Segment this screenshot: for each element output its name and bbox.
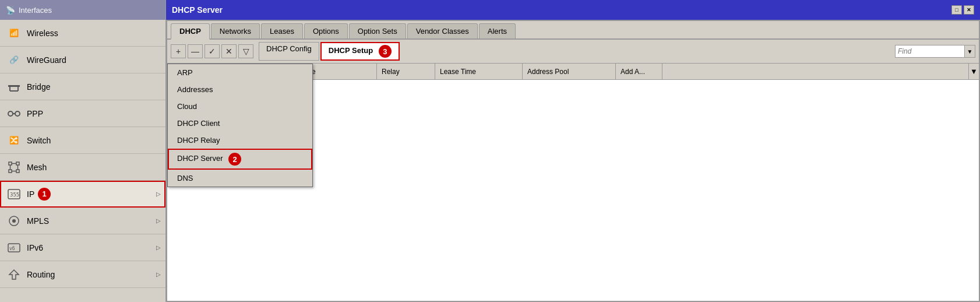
ipv6-icon: v6 bbox=[6, 240, 22, 256]
tab-option-sets[interactable]: Option Sets bbox=[349, 23, 406, 38]
enable-button[interactable]: ✓ bbox=[205, 44, 220, 58]
svg-rect-10 bbox=[16, 170, 19, 173]
menu-item-arp[interactable]: ARP bbox=[168, 64, 312, 81]
routing-icon bbox=[6, 266, 22, 283]
menu-item-dhcp-relay[interactable]: DHCP Relay bbox=[168, 132, 312, 149]
menu-item-dhcp-server[interactable]: DHCP Server 2 bbox=[168, 149, 312, 170]
svg-rect-7 bbox=[9, 162, 12, 165]
tab-options[interactable]: Options bbox=[304, 23, 348, 38]
sidebar-item-label: Routing bbox=[27, 270, 55, 279]
sidebar-item-bridge[interactable]: Bridge bbox=[0, 73, 165, 100]
sidebar-item-mpls[interactable]: MPLS ▷ bbox=[0, 208, 165, 234]
sidebar-item-label: Bridge bbox=[27, 82, 50, 92]
mpls-arrow: ▷ bbox=[156, 217, 161, 224]
sidebar-item-label: MPLS bbox=[27, 216, 49, 226]
tab-dhcp[interactable]: DHCP bbox=[171, 23, 210, 40]
sidebar-item-label: IP bbox=[27, 189, 34, 199]
svg-rect-9 bbox=[9, 170, 12, 173]
interfaces-label: Interfaces bbox=[19, 6, 52, 15]
tab-networks[interactable]: Networks bbox=[211, 23, 260, 38]
svg-point-18 bbox=[12, 219, 16, 223]
ppp-icon bbox=[6, 106, 22, 122]
sidebar-item-ppp[interactable]: PPP bbox=[0, 100, 165, 127]
svg-rect-0 bbox=[8, 85, 20, 87]
tab-vendor-classes[interactable]: Vendor Classes bbox=[407, 23, 478, 38]
svg-point-5 bbox=[15, 111, 20, 116]
filter-button[interactable]: ▽ bbox=[238, 44, 253, 58]
dhcp-setup-label: DHCP Setup bbox=[329, 46, 373, 55]
window-body: DHCP Networks Leases Options Option Sets… bbox=[166, 20, 980, 302]
tab-alerts[interactable]: Alerts bbox=[479, 23, 516, 38]
wireguard-icon: 🔗 bbox=[6, 52, 22, 68]
sidebar-item-label: Wireless bbox=[27, 29, 58, 38]
ip-icon: 355 bbox=[6, 186, 22, 202]
interfaces-icon: 📡 bbox=[6, 6, 15, 15]
sidebar-item-label: PPP bbox=[27, 109, 43, 118]
sidebar-item-wireguard[interactable]: 🔗 WireGuard bbox=[0, 47, 165, 73]
svg-point-4 bbox=[8, 111, 13, 116]
svg-rect-8 bbox=[16, 162, 19, 165]
sub-tabs: DHCP Config DHCP Setup 3 bbox=[259, 42, 400, 61]
main-area: DHCP Server □ ✕ DHCP Networks Leases Opt… bbox=[166, 0, 980, 302]
wireless-icon: 📶 bbox=[6, 25, 22, 41]
menu-item-dhcp-client[interactable]: DHCP Client bbox=[168, 115, 312, 132]
dhcp-server-label: DHCP Server bbox=[177, 154, 223, 163]
sidebar: 📡 Interfaces 📶 Wireless 🔗 WireGuard Brid… bbox=[0, 0, 166, 302]
ip-badge: 1 bbox=[38, 188, 51, 201]
dhcp-server-badge: 2 bbox=[228, 153, 241, 166]
sidebar-item-routing[interactable]: Routing ▷ bbox=[0, 261, 165, 288]
sidebar-item-label: Mesh bbox=[27, 163, 47, 172]
menu-item-cloud[interactable]: Cloud bbox=[168, 98, 312, 115]
col-lease-time: Lease Time bbox=[435, 64, 523, 79]
menu-item-addresses[interactable]: Addresses bbox=[168, 81, 312, 98]
add-button[interactable]: + bbox=[171, 44, 186, 58]
routing-arrow: ▷ bbox=[156, 271, 161, 278]
find-dropdown-button[interactable]: ▼ bbox=[965, 45, 975, 58]
dhcp-setup-badge: 3 bbox=[379, 45, 392, 58]
col-extra bbox=[662, 64, 968, 79]
ip-arrow: ▷ bbox=[156, 191, 161, 197]
sidebar-item-label: Switch bbox=[27, 136, 51, 145]
sidebar-item-wireless[interactable]: 📶 Wireless bbox=[0, 20, 165, 47]
sub-tab-dhcp-setup[interactable]: DHCP Setup 3 bbox=[320, 42, 400, 61]
svg-text:355: 355 bbox=[10, 192, 19, 198]
mpls-icon bbox=[6, 213, 22, 229]
col-dropdown-button[interactable]: ▼ bbox=[968, 64, 979, 79]
sidebar-item-ip[interactable]: 355 IP 1 ▷ bbox=[0, 181, 165, 208]
window-restore-button[interactable]: □ bbox=[951, 5, 962, 15]
sidebar-item-label: IPv6 bbox=[27, 243, 43, 252]
remove-button[interactable]: — bbox=[188, 44, 203, 58]
sub-tab-dhcp-config[interactable]: DHCP Config bbox=[259, 42, 319, 61]
svg-text:v6: v6 bbox=[9, 246, 15, 251]
toolbar: + — ✓ ✕ ▽ DHCP Config DHCP Setup 3 ▼ bbox=[167, 40, 979, 64]
sidebar-item-switch[interactable]: 🔀 Switch bbox=[0, 127, 165, 154]
find-box: ▼ bbox=[895, 45, 975, 58]
disable-button[interactable]: ✕ bbox=[221, 44, 237, 58]
sidebar-item-label: WireGuard bbox=[27, 55, 66, 65]
tab-leases[interactable]: Leases bbox=[261, 23, 303, 38]
window-title: DHCP Server bbox=[172, 5, 223, 15]
ipv6-arrow: ▷ bbox=[156, 244, 161, 251]
find-input[interactable] bbox=[895, 45, 965, 58]
col-add-a: Add A... bbox=[616, 64, 662, 79]
bridge-icon bbox=[6, 79, 22, 95]
window-controls: □ ✕ bbox=[951, 5, 974, 15]
tabs-bar: DHCP Networks Leases Options Option Sets… bbox=[167, 21, 979, 40]
col-relay: Relay bbox=[377, 64, 435, 79]
col-address-pool: Address Pool bbox=[523, 64, 616, 79]
sidebar-item-ipv6[interactable]: v6 IPv6 ▷ bbox=[0, 234, 165, 261]
menu-item-dns[interactable]: DNS bbox=[168, 170, 312, 187]
content-wrapper: ARP Addresses Cloud DHCP Client DHCP Rel… bbox=[167, 64, 979, 301]
mesh-icon bbox=[6, 159, 22, 175]
switch-icon: 🔀 bbox=[6, 132, 22, 149]
window-titlebar: DHCP Server □ ✕ bbox=[166, 0, 980, 20]
window-close-button[interactable]: ✕ bbox=[964, 5, 974, 15]
ip-submenu: ARP Addresses Cloud DHCP Client DHCP Rel… bbox=[167, 64, 313, 187]
sidebar-item-mesh[interactable]: Mesh bbox=[0, 154, 165, 181]
sidebar-header: 📡 Interfaces bbox=[0, 0, 165, 20]
